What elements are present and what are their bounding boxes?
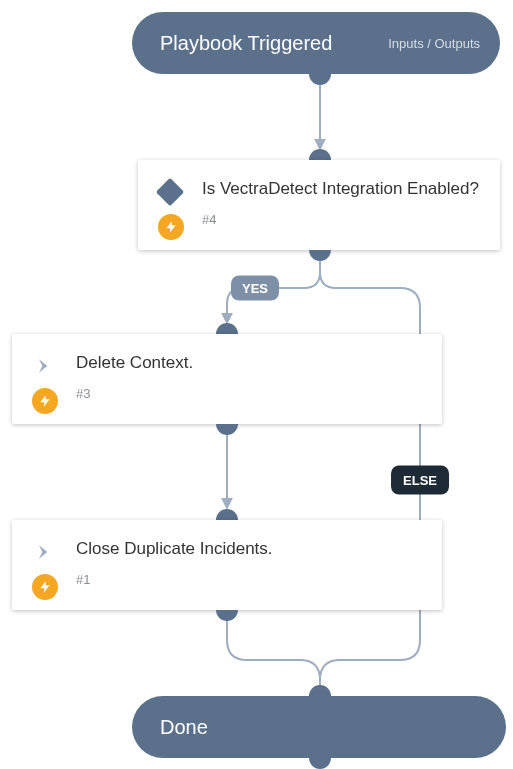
chevron-icon [30,352,58,380]
task-title: Close Duplicate Incidents. [76,538,273,561]
end-title: Done [160,716,208,739]
port-dot [309,685,331,696]
port-dot [309,758,331,769]
task-title: Delete Context. [76,352,193,375]
start-node[interactable]: Playbook Triggered Inputs / Outputs [132,12,500,74]
decision-title: Is VectraDetect Integration Enabled? [202,178,479,201]
port-dot [309,74,331,85]
task-number: #4 [202,212,500,227]
port-dot [309,250,331,261]
task-number: #3 [76,386,442,401]
diamond-icon [156,178,184,206]
decision-node[interactable]: Is VectraDetect Integration Enabled? #4 [138,160,500,250]
task-node-delete-context[interactable]: Delete Context. #3 [12,334,442,424]
bolt-icon [158,214,184,240]
bolt-icon [32,388,58,414]
branch-label-yes: YES [231,276,279,301]
port-dot [216,610,238,621]
start-title: Playbook Triggered [160,32,332,55]
inputs-outputs-link[interactable]: Inputs / Outputs [388,36,480,51]
bolt-icon [32,574,58,600]
end-node[interactable]: Done [132,696,506,758]
port-dot [216,424,238,435]
task-number: #1 [76,572,442,587]
chevron-icon [30,538,58,566]
branch-label-else: ELSE [391,466,449,495]
task-node-close-duplicates[interactable]: Close Duplicate Incidents. #1 [12,520,442,610]
